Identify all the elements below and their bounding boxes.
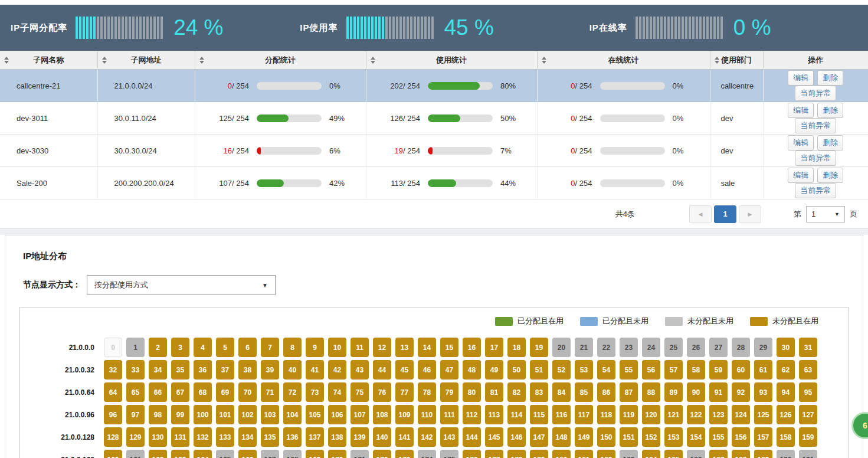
- ip-cell-55[interactable]: 55: [620, 360, 638, 380]
- ip-cell-124[interactable]: 124: [732, 405, 750, 424]
- ip-cell-149[interactable]: 149: [575, 427, 593, 447]
- ip-cell-80[interactable]: 80: [463, 382, 481, 402]
- ip-cell-108[interactable]: 108: [373, 405, 391, 424]
- ip-cell-58[interactable]: 58: [687, 360, 705, 380]
- ip-cell-127[interactable]: 127: [799, 405, 817, 424]
- ip-cell-21[interactable]: 21: [575, 338, 593, 357]
- ip-cell-39[interactable]: 39: [261, 360, 279, 380]
- column-header-0[interactable]: 子网名称: [0, 51, 97, 70]
- ip-cell-137[interactable]: 137: [306, 427, 324, 447]
- ip-cell-180[interactable]: 180: [552, 450, 571, 458]
- page-button-1[interactable]: 1: [714, 205, 736, 223]
- ip-cell-144[interactable]: 144: [463, 427, 481, 447]
- ip-cell-42[interactable]: 42: [328, 360, 346, 380]
- ip-cell-111[interactable]: 111: [440, 405, 458, 424]
- ip-cell-6[interactable]: 6: [238, 338, 257, 357]
- ip-cell-171[interactable]: 171: [351, 450, 369, 458]
- ip-cell-65[interactable]: 65: [126, 382, 145, 402]
- delete-button[interactable]: 删除: [817, 70, 843, 86]
- ip-cell-86[interactable]: 86: [597, 382, 615, 402]
- ip-cell-59[interactable]: 59: [709, 360, 728, 380]
- ip-cell-57[interactable]: 57: [664, 360, 683, 380]
- sort-icon[interactable]: [199, 57, 204, 64]
- sort-icon[interactable]: [102, 57, 107, 64]
- ip-cell-91[interactable]: 91: [709, 382, 728, 402]
- ip-cell-186[interactable]: 186: [687, 450, 705, 458]
- column-header-5[interactable]: 使用部门: [710, 51, 763, 70]
- ip-cell-166[interactable]: 166: [238, 450, 257, 458]
- ip-cell-135[interactable]: 135: [261, 427, 279, 447]
- ip-cell-112[interactable]: 112: [463, 405, 481, 424]
- ip-cell-83[interactable]: 83: [530, 382, 548, 402]
- ip-cell-148[interactable]: 148: [552, 427, 571, 447]
- ip-cell-170[interactable]: 170: [328, 450, 346, 458]
- ip-cell-61[interactable]: 61: [754, 360, 772, 380]
- ip-cell-25[interactable]: 25: [664, 338, 683, 357]
- sort-icon[interactable]: [371, 57, 375, 64]
- ip-cell-116[interactable]: 116: [552, 405, 571, 424]
- ip-cell-163[interactable]: 163: [171, 450, 189, 458]
- ip-cell-101[interactable]: 101: [216, 405, 234, 424]
- ip-cell-174[interactable]: 174: [418, 450, 436, 458]
- ip-cell-36[interactable]: 36: [194, 360, 212, 380]
- edit-button[interactable]: 编辑: [788, 135, 814, 151]
- ip-cell-63[interactable]: 63: [799, 360, 817, 380]
- ip-cell-182[interactable]: 182: [597, 450, 615, 458]
- ip-cell-14[interactable]: 14: [418, 338, 436, 357]
- ip-cell-188[interactable]: 188: [732, 450, 750, 458]
- column-header-2[interactable]: 分配统计: [195, 51, 366, 70]
- ip-cell-131[interactable]: 131: [171, 427, 189, 447]
- ip-cell-47[interactable]: 47: [440, 360, 458, 380]
- column-header-4[interactable]: 在线统计: [537, 51, 710, 70]
- ip-cell-87[interactable]: 87: [620, 382, 638, 402]
- ip-cell-133[interactable]: 133: [216, 427, 234, 447]
- ip-cell-46[interactable]: 46: [418, 360, 436, 380]
- ip-cell-88[interactable]: 88: [642, 382, 660, 402]
- ip-cell-184[interactable]: 184: [642, 450, 660, 458]
- ip-cell-102[interactable]: 102: [238, 405, 257, 424]
- ip-cell-138[interactable]: 138: [328, 427, 346, 447]
- ip-cell-76[interactable]: 76: [373, 382, 391, 402]
- ip-cell-142[interactable]: 142: [418, 427, 436, 447]
- ip-cell-4[interactable]: 4: [194, 338, 212, 357]
- ip-cell-62[interactable]: 62: [777, 360, 795, 380]
- ip-cell-128[interactable]: 128: [104, 427, 122, 447]
- delete-button[interactable]: 删除: [817, 103, 843, 118]
- ip-cell-115[interactable]: 115: [530, 405, 548, 424]
- ip-cell-92[interactable]: 92: [732, 382, 750, 402]
- ip-cell-162[interactable]: 162: [149, 450, 167, 458]
- ip-cell-41[interactable]: 41: [306, 360, 324, 380]
- ip-cell-157[interactable]: 157: [754, 427, 772, 447]
- ip-cell-130[interactable]: 130: [149, 427, 167, 447]
- ip-cell-13[interactable]: 13: [395, 338, 414, 357]
- ip-cell-145[interactable]: 145: [485, 427, 503, 447]
- ip-cell-81[interactable]: 81: [485, 382, 503, 402]
- ip-cell-60[interactable]: 60: [732, 360, 750, 380]
- current-anomaly-button[interactable]: 当前异常: [795, 183, 836, 198]
- ip-cell-45[interactable]: 45: [395, 360, 414, 380]
- ip-cell-159[interactable]: 159: [799, 427, 817, 447]
- ip-cell-71[interactable]: 71: [261, 382, 279, 402]
- ip-cell-165[interactable]: 165: [216, 450, 234, 458]
- ip-cell-77[interactable]: 77: [395, 382, 414, 402]
- ip-cell-176[interactable]: 176: [463, 450, 481, 458]
- ip-cell-7[interactable]: 7: [261, 338, 279, 357]
- ip-cell-161[interactable]: 161: [126, 450, 145, 458]
- ip-cell-82[interactable]: 82: [507, 382, 526, 402]
- ip-cell-106[interactable]: 106: [328, 405, 346, 424]
- ip-cell-3[interactable]: 3: [171, 338, 189, 357]
- ip-cell-17[interactable]: 17: [485, 338, 503, 357]
- ip-cell-126[interactable]: 126: [777, 405, 795, 424]
- ip-cell-121[interactable]: 121: [664, 405, 683, 424]
- ip-cell-67[interactable]: 67: [171, 382, 189, 402]
- ip-cell-37[interactable]: 37: [216, 360, 234, 380]
- ip-cell-117[interactable]: 117: [575, 405, 593, 424]
- ip-cell-29[interactable]: 29: [754, 338, 772, 357]
- ip-cell-113[interactable]: 113: [485, 405, 503, 424]
- node-display-mode-select[interactable]: 按分配使用方式 ▼: [87, 275, 276, 295]
- current-anomaly-button[interactable]: 当前异常: [795, 86, 836, 101]
- ip-cell-70[interactable]: 70: [238, 382, 257, 402]
- ip-cell-136[interactable]: 136: [283, 427, 302, 447]
- ip-cell-168[interactable]: 168: [283, 450, 302, 458]
- ip-cell-167[interactable]: 167: [261, 450, 279, 458]
